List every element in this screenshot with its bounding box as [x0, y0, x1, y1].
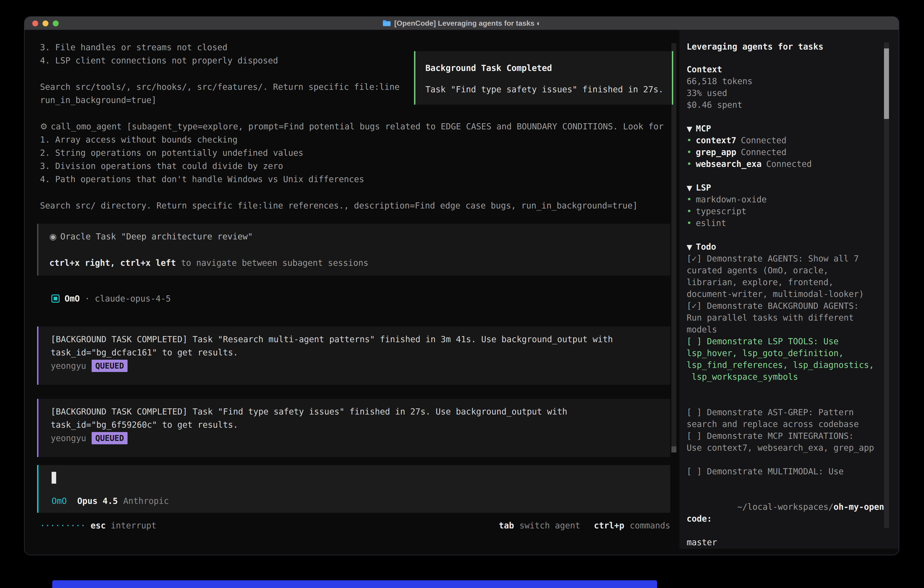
- session-title: Leveraging agents for tasks: [686, 41, 899, 53]
- task-meta-row: yeongyu QUEUED: [51, 431, 670, 445]
- agent-header: OmO · claude-opus-4-5: [51, 292, 679, 305]
- todo-item-done: [✓] Demonstrate AGENTS: Show all 7 curat…: [686, 253, 875, 300]
- model-short: OmO: [52, 496, 67, 506]
- activity-dots-icon: ·········: [40, 519, 86, 532]
- lsp-name: eslint: [696, 218, 726, 228]
- oracle-title: Oracle Task "Deep architecture review": [60, 232, 252, 241]
- oracle-title-line: ◉Oracle Task "Deep architecture review": [50, 230, 670, 243]
- log-line: 1. Array access without bounds checking: [40, 133, 679, 147]
- chevron-down-icon: ▼: [686, 125, 692, 133]
- status-dot-icon: •: [686, 147, 691, 157]
- oracle-blank-line: [50, 243, 670, 256]
- task-line-1: [BACKGROUND TASK COMPLETED] Task "Find t…: [51, 405, 670, 418]
- background-task-toast: Background Task Completed Task "Find typ…: [414, 51, 673, 105]
- desktop: [OpenCode] Leveraging agents for tasks ◐…: [0, 0, 924, 588]
- mcp-name: websearch_exa: [696, 159, 762, 169]
- tool-call-text: call_omo_agent [subagent_type=explore, p…: [51, 122, 663, 131]
- tab-key-label: switch agent: [520, 519, 580, 532]
- session-sidebar: Leveraging agents for tasks Context 66,5…: [679, 30, 899, 549]
- tab-key-hint: tab: [499, 519, 514, 532]
- model-provider: Anthropic: [123, 496, 169, 506]
- context-tokens: 66,518 tokens: [686, 76, 899, 87]
- window-title-text: [OpenCode] Leveraging agents for tasks ◐: [394, 19, 541, 28]
- todo-item-active: [ ] Demonstrate LSP TOOLS: Use lsp_hover…: [686, 335, 875, 383]
- esc-key-hint: esc: [91, 519, 106, 532]
- chevron-down-icon: ▼: [686, 184, 692, 192]
- mcp-status: Connected: [741, 147, 787, 157]
- mcp-name: grep_app: [696, 147, 736, 157]
- todo-item-done: [✓] Demonstrate BACKGROUND AGENTS: Run p…: [686, 300, 875, 335]
- tool-call-line: ⚙call_omo_agent [subagent_type=explore, …: [40, 120, 679, 133]
- folder-icon: [383, 20, 391, 26]
- ctrlp-key-label: commands: [630, 519, 670, 532]
- toast-body: Task "Find type safety issues" finished …: [426, 83, 672, 96]
- mcp-header[interactable]: ▼MCP: [686, 123, 899, 135]
- mcp-item: •grep_appConnected: [686, 147, 899, 158]
- todo-item-pending: [ ] Demonstrate AST-GREP: Pattern search…: [686, 406, 875, 430]
- todo-item-pending: [ ] Demonstrate MULTIMODAL: Use: [686, 466, 875, 477]
- workspace-branch: master: [686, 537, 887, 548]
- window-title: [OpenCode] Leveraging agents for tasks ◐: [383, 19, 541, 28]
- status-badge: QUEUED: [92, 432, 127, 444]
- status-dot-icon: •: [686, 159, 691, 169]
- opencode-window: [OpenCode] Leveraging agents for tasks ◐…: [25, 17, 899, 555]
- oracle-hint-rest: to navigate between subagent sessions: [176, 258, 368, 268]
- chat-pane[interactable]: 3. File handles or streams not closed 4.…: [25, 30, 679, 549]
- chat-scrollbar-thumb[interactable]: [672, 446, 676, 453]
- log-line: 3. Division operations that could divide…: [40, 160, 679, 173]
- lsp-item: •eslint: [686, 217, 899, 229]
- lsp-name: typescript: [696, 206, 746, 216]
- titlebar[interactable]: [OpenCode] Leveraging agents for tasks ◐: [25, 17, 899, 30]
- chat-scrollbar[interactable]: [672, 43, 676, 453]
- traffic-lights: [32, 17, 59, 30]
- log-line: 2. String operations on potentially unde…: [40, 147, 679, 160]
- model-row: OmO Opus 4.5 Anthropic: [52, 495, 670, 507]
- context-spent: $0.46 spent: [686, 99, 899, 111]
- status-bar: ········· esc interrupt tab switch agent…: [40, 519, 670, 532]
- lsp-item: •markdown-oxide: [686, 194, 899, 206]
- status-dot-icon: •: [686, 218, 691, 228]
- mcp-name: context7: [696, 135, 736, 145]
- mcp-section: ▼MCP •context7Connected •grep_appConnect…: [686, 123, 899, 170]
- oracle-icon: ◉: [50, 232, 57, 241]
- todo-header[interactable]: ▼Todo: [686, 241, 899, 253]
- lsp-header[interactable]: ▼LSP: [686, 182, 899, 194]
- todo-item-pending: [ ] Demonstrate MCP INTEGRATIONS: Use co…: [686, 430, 875, 454]
- sidebar-scrollbar[interactable]: [884, 43, 889, 528]
- task-line-2: task_id="bg_6f59260c" to get results.: [51, 418, 670, 431]
- sidebar-scrollbar-thumb[interactable]: [884, 48, 889, 119]
- task-user: yeongyu: [51, 361, 86, 371]
- todo-section: ▼Todo [✓] Demonstrate AGENTS: Show all 7…: [686, 241, 899, 477]
- status-badge: QUEUED: [92, 360, 127, 372]
- status-left: ········· esc interrupt: [40, 519, 157, 532]
- agent-square-icon: [51, 294, 59, 303]
- esc-key-label: interrupt: [111, 519, 156, 532]
- log-line-blank: [40, 186, 679, 199]
- close-button[interactable]: [32, 20, 38, 26]
- status-dot-icon: •: [686, 195, 691, 205]
- background-task-card: [BACKGROUND TASK COMPLETED] Task "Find t…: [37, 399, 670, 457]
- oracle-hint-line: ctrl+x right, ctrl+x left to navigate be…: [50, 256, 670, 270]
- minimize-button[interactable]: [43, 20, 48, 26]
- agent-separator: ·: [85, 294, 90, 304]
- log-line-blank: [40, 107, 679, 120]
- model-name: Opus 4.5: [77, 496, 118, 506]
- mcp-item: •context7Connected: [686, 135, 899, 147]
- lsp-section: ▼LSP •markdown-oxide •typescript •eslint: [686, 182, 899, 229]
- task-meta-row: yeongyu QUEUED: [51, 359, 670, 372]
- background-window-strip: [52, 580, 657, 588]
- status-dot-icon: •: [686, 206, 691, 216]
- window-body: 3. File handles or streams not closed 4.…: [25, 30, 899, 549]
- text-cursor: [52, 472, 56, 484]
- agent-square-inner: [54, 297, 57, 301]
- context-section: Context 66,518 tokens 33% used $0.46 spe…: [686, 64, 899, 111]
- context-used: 33% used: [686, 87, 899, 99]
- prompt-input[interactable]: OmO Opus 4.5 Anthropic: [37, 465, 670, 513]
- ctrlp-key-hint: ctrl+p: [594, 519, 624, 532]
- mcp-item: •websearch_exaConnected: [686, 158, 899, 170]
- status-right: tab switch agent ctrl+p commands: [499, 519, 670, 532]
- workspace-path-prefix: ~/local-workspaces/: [738, 502, 833, 512]
- mcp-status: Connected: [766, 159, 812, 169]
- gear-icon: ⚙: [40, 122, 48, 131]
- zoom-button[interactable]: [53, 20, 59, 26]
